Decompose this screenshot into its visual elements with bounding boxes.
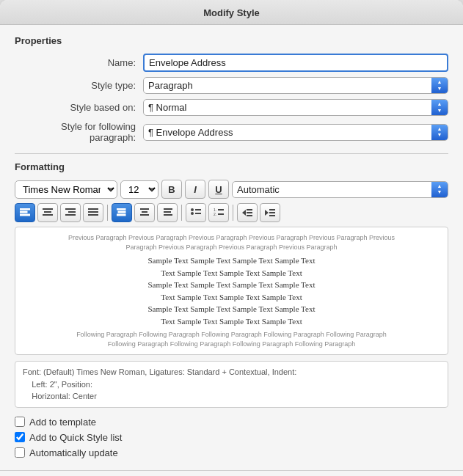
indent-increase-button[interactable] <box>260 203 280 222</box>
dialog-footer: Format ▲ ▼ Cancel OK <box>0 470 463 476</box>
svg-rect-11 <box>88 211 98 213</box>
style-type-row: Style type: Paragraph Character Table Li… <box>15 77 448 94</box>
add-to-quick-checkbox[interactable] <box>15 432 25 442</box>
add-to-quick-row: Add to Quick Style list <box>15 432 448 443</box>
svg-rect-23 <box>195 209 201 210</box>
style-based-label: Style based on: <box>15 102 143 113</box>
section-divider <box>15 153 448 154</box>
font-family-select[interactable]: Times New Roman Arial Helvetica <box>15 180 117 199</box>
auto-update-row: Automatically update <box>15 447 448 458</box>
svg-rect-36 <box>269 212 275 213</box>
properties-section: Properties Name: Style type: Paragraph C… <box>15 35 448 143</box>
style-following-label: Style for following paragraph: <box>15 121 143 143</box>
svg-rect-6 <box>43 214 53 216</box>
name-row: Name: <box>15 54 448 72</box>
svg-rect-20 <box>164 211 171 213</box>
style-based-row: Style based on: ¶ Normal ¶ Heading 1 ▲ ▼ <box>15 99 448 116</box>
svg-rect-5 <box>44 211 51 213</box>
svg-rect-33 <box>247 215 252 216</box>
svg-rect-12 <box>88 214 98 216</box>
color-arrow[interactable]: ▲ ▼ <box>431 182 448 197</box>
font-size-wrapper: 12 10 11 14 <box>120 180 158 199</box>
svg-rect-8 <box>68 211 76 213</box>
svg-point-24 <box>191 212 194 215</box>
svg-rect-16 <box>140 208 149 210</box>
svg-rect-1 <box>20 211 27 213</box>
svg-rect-25 <box>195 213 201 214</box>
svg-marker-30 <box>242 210 246 216</box>
svg-rect-19 <box>164 208 172 210</box>
svg-rect-18 <box>140 214 149 216</box>
svg-rect-14 <box>118 211 125 213</box>
add-to-template-row: Add to template <box>15 417 448 428</box>
svg-rect-13 <box>117 208 125 210</box>
preview-previous-text: Previous Paragraph Previous Paragraph Pr… <box>26 233 437 252</box>
style-description-text: Font: (Default) Times New Roman, Ligatur… <box>23 367 296 400</box>
dialog-content: Properties Name: Style type: Paragraph C… <box>0 25 463 470</box>
name-control <box>143 54 448 72</box>
style-following-control: ¶ Envelope Address ¶ Normal ▲ ▼ <box>143 124 448 141</box>
svg-rect-7 <box>65 208 76 210</box>
style-preview-box: Previous Paragraph Previous Paragraph Pr… <box>15 227 448 355</box>
color-wrapper: Automatic Black Red Blue ▲ ▼ <box>232 181 448 198</box>
svg-text:2.: 2. <box>214 212 216 216</box>
svg-rect-32 <box>247 212 252 213</box>
alignment-toolbar-row: 1. 2. <box>15 203 448 222</box>
font-family-wrapper: Times New Roman Arial Helvetica <box>15 180 117 199</box>
align-left-button[interactable] <box>15 203 35 222</box>
style-following-row: Style for following paragraph: ¶ Envelop… <box>15 121 448 143</box>
svg-marker-34 <box>265 210 269 216</box>
svg-rect-21 <box>164 214 172 216</box>
name-input[interactable] <box>143 54 448 72</box>
svg-rect-2 <box>20 214 30 216</box>
formatting-header: Formatting <box>15 161 448 172</box>
modify-style-dialog: Modify Style Properties Name: Style type… <box>0 0 463 476</box>
list-bullet-button[interactable] <box>186 203 206 222</box>
properties-header: Properties <box>15 35 448 46</box>
italic-button[interactable]: I <box>185 180 205 199</box>
style-type-arrow[interactable]: ▲ ▼ <box>431 78 448 93</box>
auto-update-checkbox[interactable] <box>15 447 25 458</box>
indent-decrease-button[interactable] <box>237 203 258 222</box>
align-right-button[interactable] <box>60 203 81 222</box>
align-justify-button[interactable] <box>83 203 103 222</box>
color-select[interactable]: Automatic Black Red Blue <box>233 182 431 197</box>
add-to-template-checkbox[interactable] <box>15 417 25 427</box>
toolbar-separator-3 <box>233 205 233 221</box>
svg-point-22 <box>191 208 194 211</box>
preview-following-text: Following Paragraph Following Paragraph … <box>26 330 437 348</box>
svg-rect-35 <box>269 209 275 210</box>
svg-rect-0 <box>20 208 30 210</box>
svg-rect-9 <box>65 214 76 216</box>
svg-rect-15 <box>117 214 125 216</box>
underline-button[interactable]: U <box>208 180 229 199</box>
add-to-template-label[interactable]: Add to template <box>29 417 96 428</box>
style-following-select[interactable]: ¶ Envelope Address ¶ Normal <box>144 125 431 140</box>
toolbar-separator-1 <box>107 205 108 221</box>
svg-rect-10 <box>88 208 98 210</box>
name-label: Name: <box>15 57 143 68</box>
list-number-button[interactable]: 1. 2. <box>208 203 229 222</box>
svg-rect-4 <box>43 208 53 210</box>
align-left2-button[interactable] <box>112 203 132 222</box>
align-center-button[interactable] <box>37 203 58 222</box>
add-to-quick-label[interactable]: Add to Quick Style list <box>29 432 122 443</box>
style-type-select[interactable]: Paragraph Character Table List <box>144 78 431 93</box>
align-center2-button[interactable] <box>134 203 155 222</box>
font-toolbar-row: Times New Roman Arial Helvetica 12 10 11… <box>15 180 448 199</box>
align-right2-button[interactable] <box>157 203 178 222</box>
style-based-select[interactable]: ¶ Normal ¶ Heading 1 <box>144 100 431 115</box>
style-type-label: Style type: <box>15 80 143 91</box>
svg-rect-31 <box>247 209 252 210</box>
formatting-section: Formatting Times New Roman Arial Helveti… <box>15 161 448 408</box>
auto-update-label[interactable]: Automatically update <box>29 447 118 458</box>
style-description-box: Font: (Default) Times New Roman, Ligatur… <box>15 361 448 408</box>
title-bar: Modify Style <box>0 0 463 25</box>
style-type-control: Paragraph Character Table List ▲ ▼ <box>143 77 448 94</box>
font-size-select[interactable]: 12 10 11 14 <box>120 180 158 199</box>
bold-button[interactable]: B <box>161 180 182 199</box>
style-following-arrow[interactable]: ▲ ▼ <box>431 125 448 140</box>
style-based-arrow[interactable]: ▲ ▼ <box>431 100 448 115</box>
style-based-control: ¶ Normal ¶ Heading 1 ▲ ▼ <box>143 99 448 116</box>
svg-rect-17 <box>142 211 147 213</box>
